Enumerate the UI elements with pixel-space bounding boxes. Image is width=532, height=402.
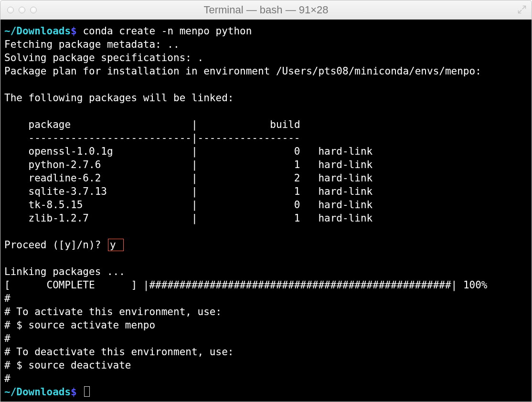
instruction-lines: # # To activate this environment, use: #…	[4, 293, 234, 384]
minimize-button[interactable]	[19, 7, 25, 13]
traffic-lights	[0, 7, 37, 13]
prompt-path: ~/Downloads	[4, 386, 71, 398]
progress-pct: 100%	[463, 279, 488, 291]
command-text: conda create -n menpo python	[83, 25, 252, 37]
terminal-viewport[interactable]: ~/Downloads$ conda create -n menpo pytho…	[0, 20, 532, 402]
progress-bar: |#######################################…	[143, 279, 457, 291]
table-header-build: build	[270, 119, 300, 130]
prompt-path: ~/Downloads	[4, 25, 71, 37]
output-line: Package plan for installation in environ…	[4, 65, 481, 77]
progress-status: [ COMPLETE ]	[4, 279, 137, 291]
package-rows: openssl-1.0.1g | 0 hard-link python-2.7.…	[4, 146, 372, 224]
user-input-highlight: y	[108, 239, 124, 251]
prompt-symbol: $	[71, 386, 77, 398]
titlebar[interactable]: Terminal — bash — 91×28	[0, 0, 532, 20]
output-line: Fetching package metadata: ..	[4, 39, 180, 50]
output-line: Solving package specifications: .	[4, 52, 203, 63]
close-button[interactable]	[7, 7, 14, 13]
prompt-symbol: $	[71, 25, 77, 37]
cursor	[84, 386, 90, 397]
proceed-answer: y	[110, 239, 116, 251]
table-header-package: package	[29, 119, 71, 130]
output-line: The following packages will be linked:	[4, 92, 234, 104]
window-title: Terminal — bash — 91×28	[0, 4, 532, 16]
zoom-button[interactable]	[30, 7, 37, 13]
proceed-prompt: Proceed ([y]/n)?	[4, 239, 101, 251]
fullscreen-icon[interactable]	[517, 5, 527, 14]
output-line: Linking packages ...	[4, 266, 125, 277]
table-divider: ---------------------------|------------…	[4, 132, 300, 144]
terminal-window: Terminal — bash — 91×28 ~/Downloads$ con…	[0, 0, 532, 402]
